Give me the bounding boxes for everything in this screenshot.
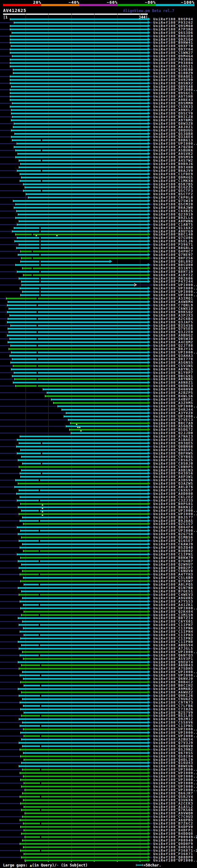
gap-dash: [39, 520, 40, 522]
bar-start-tick: [18, 617, 18, 619]
alignment-bar: [18, 459, 148, 461]
alignment-row[interactable]: UniRef100_C1ABT5: [0, 223, 197, 226]
bar-start-tick: [21, 644, 22, 646]
alignment-row[interactable]: UniRef100_C7I0Z6: [0, 708, 197, 711]
bar-arrowhead-icon: [148, 18, 151, 21]
bar-start-tick: [19, 648, 19, 650]
gap-dash: [39, 574, 40, 575]
alignment-row[interactable]: UniRef100_C1MKX8: [0, 179, 197, 183]
gap-dash: [40, 705, 41, 707]
bar-start-tick: [14, 486, 15, 488]
bar-arrowhead-icon: [148, 795, 151, 798]
bar-start-tick: [19, 442, 19, 444]
alignment-row[interactable]: UniRef100_P36871-2: [0, 849, 197, 852]
bar-arrowhead-icon: [148, 192, 151, 195]
alignment-bar: [10, 338, 148, 340]
bar-start-tick: [18, 533, 18, 535]
alignment-bar: [10, 52, 148, 54]
key-segment: [118, 4, 156, 6]
alignment-bar: [22, 857, 148, 858]
bar-start-tick: [20, 472, 20, 474]
alignment-row[interactable]: UniRef100_Q58I84: [0, 755, 197, 758]
bar-start-tick: [24, 611, 24, 613]
bar-arrowhead-icon: [148, 785, 151, 788]
alignment-row[interactable]: UniRef100_A8YNL5: [0, 368, 197, 371]
alignment-bar: [20, 473, 148, 474]
alignment-row[interactable]: UniRef100_Q670S5: [0, 751, 197, 755]
alignment-row[interactable]: UniRef100_P36871: [0, 852, 197, 856]
bar-start-tick: [16, 210, 17, 212]
alignment-row[interactable]: UniRef100_A1KYI2: [0, 273, 197, 277]
alignment-bar: [11, 120, 148, 121]
bar-start-tick: [20, 600, 20, 602]
bar-arrowhead-icon: [148, 273, 151, 277]
alignment-bar: [18, 506, 148, 508]
gap-dash: [40, 850, 41, 851]
alignment-row[interactable]: UniRef100_Q9M4G5: [0, 176, 197, 179]
alignment-bar: [17, 143, 148, 145]
bar-start-tick: [17, 439, 17, 441]
bar-arrowhead-icon: [148, 162, 151, 165]
bar-start-tick: [22, 745, 23, 747]
bar-start-tick: [20, 630, 20, 633]
bar-arrowhead-icon: [148, 428, 151, 431]
bar-arrowhead-icon: [148, 119, 151, 122]
alignment-bar: [10, 59, 148, 60]
bar-start-tick: [20, 573, 20, 576]
alignment-row[interactable]: UniRef100_UPI000..: [0, 415, 197, 418]
alignment-row[interactable]: UniRef100_Q9SNX2: [0, 82, 197, 85]
alignment-row[interactable]: UniRef100_Q2K484: [0, 610, 197, 613]
alignment-row[interactable]: UniRef100_Q2W9U7: [0, 563, 197, 566]
bar-arrowhead-icon: [148, 280, 151, 283]
bar-arrowhead-icon: [148, 317, 151, 320]
alignment-bar: [22, 591, 148, 592]
bar-start-tick: [19, 594, 19, 596]
bar-start-tick: [20, 748, 20, 751]
bar-arrowhead-icon: [148, 637, 151, 640]
alignment-row[interactable]: UniRef100_UPI000..: [0, 859, 197, 862]
alignment-row[interactable]: UniRef100_A5V3P1: [0, 657, 197, 660]
alignment-bar: [20, 631, 148, 632]
alignment-row[interactable]: UniRef100_Q7U4B7: [0, 559, 197, 563]
bar-arrowhead-icon: [148, 734, 151, 738]
bar-start-tick: [24, 829, 24, 831]
bar-arrowhead-icon: [148, 818, 151, 822]
alignment-bar: [20, 749, 148, 750]
alignment-bar: [22, 564, 148, 565]
alignment-row[interactable]: UniRef100_Q0QUU5: [0, 129, 197, 132]
alignment-row[interactable]: UniRef100_Q3JAF5: [0, 320, 197, 324]
alignment-row[interactable]: UniRef100_C0N9P5: [0, 465, 197, 469]
alignment-bar: [28, 197, 148, 198]
alignment-bar: [18, 587, 148, 589]
bar-start-tick: [22, 792, 23, 795]
alignment-row[interactable]: UniRef100_A2CEK3: [0, 802, 197, 805]
bar-arrowhead-icon: [148, 694, 151, 697]
legend-query-text: (in Query)/: [32, 863, 56, 867]
alignment-row[interactable]: UniRef100_B9JS77: [0, 516, 197, 519]
legend-bar: Large gaps: ▲(in Query)/- (in Subject) =…: [0, 862, 197, 868]
alignment-row[interactable]: UniRef100_C7LFB6: [0, 704, 197, 708]
bar-start-tick: [21, 738, 22, 741]
alignment-row[interactable]: UniRef100_UPI000..: [0, 513, 197, 516]
bar-arrowhead-icon: [148, 845, 151, 848]
bar-arrowhead-icon: [148, 435, 151, 438]
bar-arrowhead-icon: [148, 186, 151, 189]
alignment-row[interactable]: UniRef100_B1Y0P7: [0, 371, 197, 374]
bar-start-tick: [20, 476, 21, 478]
alignment-row[interactable]: UniRef100_Q6S3D6: [0, 31, 197, 34]
alignment-bar: [24, 830, 148, 831]
alignment-bar: [23, 698, 148, 700]
alignment-row[interactable]: UniRef100_B9HJE0: [0, 34, 197, 38]
bar-arrowhead-icon: [148, 44, 151, 48]
bar-start-tick: [19, 244, 19, 246]
alignment-row[interactable]: UniRef100_Q7VEC3: [0, 418, 197, 422]
bar-start-tick: [11, 368, 11, 370]
alignment-row[interactable]: UniRef100_O49299: [0, 78, 197, 82]
gap-dash: [40, 735, 41, 737]
bar-start-tick: [17, 526, 17, 528]
bar-arrowhead-icon: [148, 475, 151, 478]
alignment-row[interactable]: UniRef100_Q116X2: [0, 226, 197, 230]
bar-start-tick: [14, 22, 14, 24]
gap-dash: [40, 725, 41, 727]
bar-start-tick: [21, 833, 22, 835]
